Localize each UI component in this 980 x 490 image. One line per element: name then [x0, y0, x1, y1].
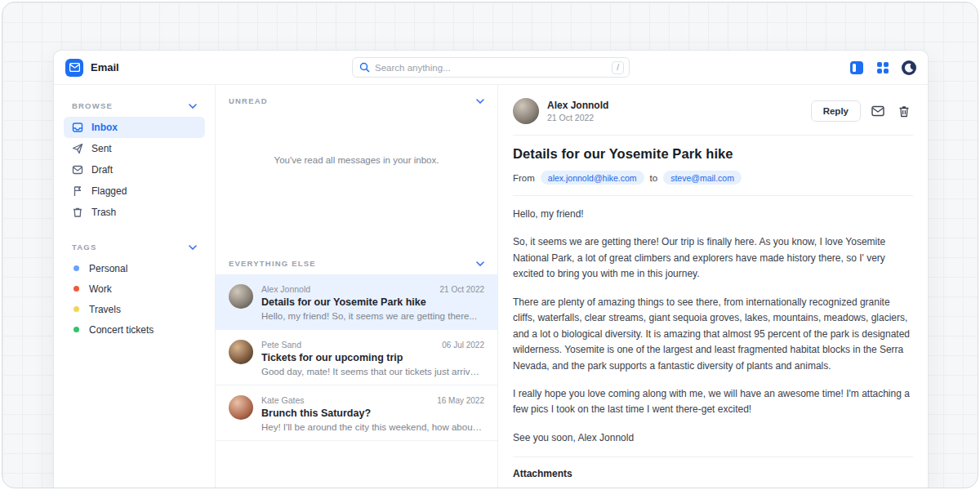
everything-else-section-header: EVERYTHING ELSE	[216, 243, 497, 274]
sidebar-item-draft[interactable]: Draft	[64, 159, 205, 180]
search-input[interactable]	[375, 63, 612, 73]
email-list-item[interactable]: Pete Sand 06 Jul 2022 Tickets for our up…	[216, 330, 497, 385]
attachments-label: Attachments	[513, 468, 913, 479]
email-body: Hello, my friend! So, it seems we are ge…	[513, 207, 913, 446]
grid-apps-icon	[876, 61, 889, 74]
search-shortcut-badge: /	[612, 61, 624, 74]
detail-subject: Details for our Yosemite Park hike	[513, 146, 913, 162]
email-sender: Alex Jonnold	[261, 284, 310, 294]
email-meta: Alex Jonnold 21 Oct 2022 Details for our…	[261, 284, 484, 321]
everything-else-label: EVERYTHING ELSE	[229, 259, 316, 268]
email-subject: Tickets for our upcoming trip	[261, 352, 484, 363]
body-paragraph: Hello, my friend!	[513, 207, 913, 222]
body-paragraph: There are plenty of amazing things to se…	[513, 295, 913, 374]
email-subject: Details for our Yosemite Park hike	[261, 296, 484, 308]
email-snippet: Hey! I'll be around the city this weeken…	[261, 422, 484, 432]
tag-color-dot	[74, 286, 79, 292]
app-title: Email	[91, 61, 119, 74]
delete-button[interactable]	[895, 102, 913, 120]
app-logo	[65, 59, 83, 77]
sidebar-item-inbox[interactable]: Inbox	[64, 117, 205, 138]
email-subject: Brunch this Saturday?	[261, 408, 484, 419]
browse-label: BROWSE	[72, 101, 113, 110]
apps-grid-button[interactable]	[874, 59, 892, 77]
email-snippet: Hello, my friend! So, it seems we are ge…	[261, 311, 484, 321]
sidebar-item-label: Sent	[91, 143, 112, 154]
tag-item-personal[interactable]: Personal	[64, 258, 205, 278]
sidebar-item-trash[interactable]: Trash	[64, 202, 205, 223]
email-snippet: Good day, mate! It seems that our ticket…	[261, 367, 484, 376]
sidebar-item-sent[interactable]: Sent	[64, 138, 205, 159]
email-app-window: Email /	[53, 50, 929, 488]
sidebar-item-flagged[interactable]: Flagged	[64, 180, 205, 202]
panel-icon	[849, 60, 864, 75]
from-label: From	[513, 173, 535, 183]
tag-item-concert-tickets[interactable]: Concert tickets	[64, 319, 205, 340]
unread-section-header: UNREAD	[216, 85, 497, 112]
trash-icon	[898, 105, 910, 118]
email-sender: Pete Sand	[261, 340, 301, 350]
tag-item-work[interactable]: Work	[64, 278, 205, 299]
sidebar-item-label: Flagged	[91, 185, 127, 197]
sidebar-item-label: Draft	[91, 164, 113, 176]
email-meta: Kate Gates 16 May 2022 Brunch this Satur…	[261, 395, 484, 432]
panel-toggle-button[interactable]	[848, 59, 866, 77]
to-label: to	[650, 173, 658, 183]
dark-mode-toggle[interactable]	[900, 59, 918, 77]
avatar	[229, 395, 253, 420]
everything-else-collapse-chevron-icon[interactable]	[476, 261, 484, 266]
inbox-icon	[72, 122, 83, 133]
unread-empty-message: You've read all messages in your inbox.	[216, 112, 497, 208]
email-detail-pane: Alex Jonnold 21 Oct 2022 Reply De	[498, 85, 928, 488]
content-area: BROWSE Inbox Sent Draft Flagged	[54, 85, 928, 488]
body-paragraph: So, it seems we are getting there! Our t…	[513, 234, 913, 282]
tags-collapse-chevron-icon[interactable]	[189, 245, 197, 250]
browser-frame: Email /	[2, 2, 978, 488]
email-meta: Pete Sand 06 Jul 2022 Tickets for our up…	[261, 340, 484, 376]
detail-header: Alex Jonnold 21 Oct 2022 Reply	[513, 98, 913, 124]
email-date: 16 May 2022	[437, 396, 484, 405]
tag-color-dot	[74, 265, 79, 271]
tag-label: Work	[89, 283, 112, 295]
body-paragraph: I really hope you love coming along with…	[513, 386, 913, 418]
divider	[513, 457, 913, 457]
unread-label: UNREAD	[229, 96, 268, 105]
tag-color-dot	[74, 327, 79, 332]
from-email-chip[interactable]: alex.jonnold@hike.com	[541, 171, 644, 185]
email-list-item[interactable]: Kate Gates 16 May 2022 Brunch this Satur…	[216, 385, 497, 441]
envelope-icon	[72, 164, 83, 176]
from-to-row: From alex.jonnold@hike.com to steve@mail…	[513, 171, 913, 185]
sidebar: BROWSE Inbox Sent Draft Flagged	[54, 85, 215, 488]
browse-collapse-chevron-icon[interactable]	[189, 104, 197, 109]
tags-label: TAGS	[72, 243, 96, 252]
tag-item-travels[interactable]: Travels	[64, 299, 205, 319]
email-date: 06 Jul 2022	[442, 341, 484, 350]
sender-avatar	[513, 98, 539, 124]
topbar: Email /	[54, 51, 928, 85]
send-icon	[72, 143, 83, 154]
search-bar[interactable]: /	[352, 57, 630, 78]
search-icon	[359, 62, 370, 73]
reply-button[interactable]: Reply	[811, 100, 861, 122]
trash-icon	[72, 207, 83, 218]
browse-section-header: BROWSE	[64, 96, 205, 117]
divider	[513, 135, 913, 136]
envelope-icon	[871, 105, 884, 117]
body-signoff: See you soon, Alex Jonnold	[513, 430, 913, 446]
email-sender: Kate Gates	[261, 395, 305, 405]
to-email-chip[interactable]: steve@mail.com	[663, 171, 742, 185]
unread-collapse-chevron-icon[interactable]	[476, 99, 484, 104]
avatar	[229, 284, 253, 309]
avatar	[229, 340, 253, 364]
tag-color-dot	[74, 306, 79, 312]
tag-label: Concert tickets	[89, 324, 154, 336]
email-list-item[interactable]: Alex Jonnold 21 Oct 2022 Details for our…	[216, 274, 497, 330]
flag-icon	[72, 185, 83, 197]
sidebar-item-label: Trash	[91, 207, 116, 218]
topbar-actions	[848, 59, 918, 77]
envelope-icon	[69, 63, 80, 72]
detail-actions: Reply	[811, 100, 913, 122]
tags-section-header: TAGS	[64, 238, 205, 258]
divider	[513, 195, 913, 196]
mark-unread-button[interactable]	[869, 102, 887, 120]
